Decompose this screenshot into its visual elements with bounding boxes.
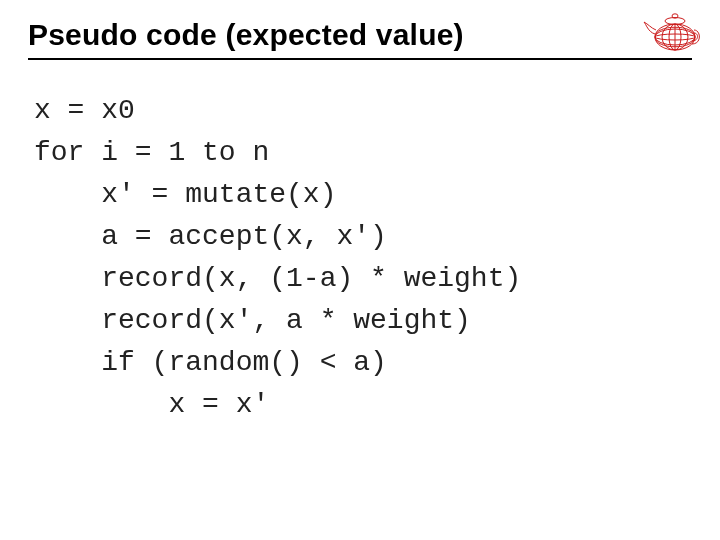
- code-line: record(x', a * weight): [34, 305, 471, 336]
- code-line: if (random() < a): [34, 347, 387, 378]
- header-divider: [28, 58, 692, 60]
- teapot-icon: [642, 10, 702, 58]
- code-line: x = x': [34, 389, 269, 420]
- slide: Pseudo code (expected value): [0, 0, 720, 540]
- code-line: record(x, (1-a) * weight): [34, 263, 521, 294]
- code-line: for i = 1 to n: [34, 137, 269, 168]
- code-line: x = x0: [34, 95, 135, 126]
- code-line: a = accept(x, x'): [34, 221, 387, 252]
- code-line: x' = mutate(x): [34, 179, 336, 210]
- slide-header: Pseudo code (expected value): [0, 0, 720, 76]
- slide-title: Pseudo code (expected value): [28, 18, 692, 52]
- code-block: x = x0 for i = 1 to n x' = mutate(x) a =…: [0, 76, 720, 426]
